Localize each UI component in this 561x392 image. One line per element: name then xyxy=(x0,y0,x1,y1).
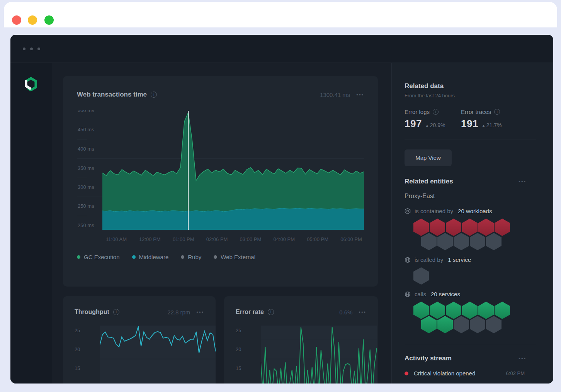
web-transactions-chart: 500 ms450 ms400 ms350 ms300 ms250 ms250 … xyxy=(77,110,364,233)
entity-hexagon-gray[interactable] xyxy=(421,233,437,250)
entity-name[interactable]: Proxy-East xyxy=(405,193,536,200)
stat-error-logs: Error logs i 197 ▲20.9% xyxy=(405,109,461,130)
card-header: Throughput i 22.8 rpm ••• xyxy=(75,309,204,316)
workloads-hex-grid xyxy=(405,219,536,247)
y-tick-label: 350 ms xyxy=(78,165,94,171)
legend-swatch xyxy=(132,255,136,259)
traffic-light-zoom[interactable] xyxy=(44,15,54,25)
current-value: 22.8 rpm xyxy=(167,309,190,316)
legend-swatch xyxy=(77,255,80,259)
entity-hexagon-gray[interactable] xyxy=(470,233,485,250)
entity-hexagon-green[interactable] xyxy=(437,316,453,333)
x-tick-label: 01:00 PM xyxy=(173,236,194,242)
topbar-dot xyxy=(30,48,33,50)
info-icon[interactable]: i xyxy=(268,309,274,315)
stat-label: Error logs xyxy=(405,109,430,115)
entity-hexagon-gray[interactable] xyxy=(486,233,502,250)
x-tick-label: 11:00 AM xyxy=(106,236,127,242)
map-view-button[interactable]: Map View xyxy=(405,149,452,166)
globe-icon xyxy=(405,291,411,297)
info-icon[interactable]: i xyxy=(494,109,500,115)
relation-text: calls xyxy=(415,291,426,297)
y-tick-label: 20 xyxy=(75,346,80,352)
window-content: Web transactions time i 1300.41 ms ••• 5… xyxy=(10,63,553,384)
entity-hexagon-gray[interactable] xyxy=(470,316,485,333)
overflow-menu-icon[interactable]: ••• xyxy=(518,356,526,361)
x-tick-label: 03:00 PM xyxy=(240,236,262,242)
y-tick-label: 500 ms xyxy=(78,110,94,113)
overflow-menu-icon[interactable]: ••• xyxy=(359,309,366,315)
relation-contained-by: is contained by 20 workloads xyxy=(405,208,536,214)
throughput-card: Throughput i 22.8 rpm ••• 252015 xyxy=(63,296,216,384)
legend-swatch xyxy=(214,255,217,259)
y-tick-label: 15 xyxy=(236,365,241,371)
activity-stream-title: Activity stream xyxy=(405,355,452,362)
overflow-menu-icon[interactable]: ••• xyxy=(196,309,204,315)
current-value: 0.6% xyxy=(339,309,352,316)
hex-row xyxy=(413,267,536,282)
sidebar xyxy=(10,63,52,384)
current-value: 1300.41 ms xyxy=(320,92,350,98)
mini-chart-plot xyxy=(100,326,216,384)
legend-item[interactable]: Ruby xyxy=(181,254,201,260)
y-tick-label: 20 xyxy=(236,346,241,352)
legend-item[interactable]: Web External xyxy=(214,254,255,260)
dashboard-main: Web transactions time i 1300.41 ms ••• 5… xyxy=(52,63,391,384)
gridline xyxy=(77,139,87,139)
stat-error-traces: Error traces i 191 ▲21.7% xyxy=(461,109,517,130)
relation-calls: calls 20 services xyxy=(405,291,536,297)
entity-hexagon-gray[interactable] xyxy=(413,267,429,285)
y-tick-label: 15 xyxy=(75,365,80,371)
overflow-menu-icon[interactable]: ••• xyxy=(518,179,526,185)
globe-icon xyxy=(405,257,411,263)
info-icon[interactable]: i xyxy=(433,109,439,115)
stat-delta: ▲21.7% xyxy=(482,122,502,128)
topbar-dot xyxy=(37,48,40,50)
chart-legend: GC ExecutionMiddlewareRubyWeb External xyxy=(77,254,364,260)
window-topbar xyxy=(10,35,553,63)
entity-hexagon-gray[interactable] xyxy=(486,316,502,333)
entity-hexagon-gray[interactable] xyxy=(454,316,469,333)
app-logo[interactable] xyxy=(23,76,39,92)
y-tick-label: 400 ms xyxy=(78,146,94,152)
hex-row xyxy=(413,302,536,316)
stat-label: Error traces xyxy=(461,109,491,115)
entity-hexagon-green[interactable] xyxy=(421,316,437,333)
legend-item[interactable]: Middleware xyxy=(132,254,169,260)
activity-entity[interactable]: Order-Composer xyxy=(405,383,536,384)
area-chart-plot xyxy=(102,110,364,233)
x-axis: 11:00 AM12:00 PM01:00 PM02:06 PM03:00 PM… xyxy=(77,236,364,243)
stat-value: 191 xyxy=(461,118,478,130)
x-tick-label: 12:00 PM xyxy=(139,236,161,242)
right-panel: Related data From the last 24 hours Erro… xyxy=(391,63,553,384)
workload-icon xyxy=(405,208,411,214)
x-tick-label: 06:00 PM xyxy=(340,236,362,242)
legend-item[interactable]: GC Execution xyxy=(77,254,120,260)
entity-hexagon-gray[interactable] xyxy=(437,233,453,250)
y-tick-label: 300 ms xyxy=(78,184,94,190)
overflow-menu-icon[interactable]: ••• xyxy=(356,92,364,98)
relation-called-by: is called by 1 service xyxy=(405,256,536,263)
services-hex-grid xyxy=(405,302,536,330)
y-tick-label: 25 xyxy=(236,328,241,333)
activity-time: 6:02 PM xyxy=(506,370,525,376)
entity-hexagon-gray[interactable] xyxy=(454,233,469,250)
card-header: Error rate i 0.6% ••• xyxy=(236,309,366,316)
traffic-light-minimize[interactable] xyxy=(28,15,37,25)
service-hex-grid xyxy=(405,267,536,282)
trend-up-icon: ▲ xyxy=(425,124,429,127)
x-tick-label: 04:00 PM xyxy=(273,236,295,242)
relation-highlight: 20 services xyxy=(431,291,460,297)
y-tick-label: 450 ms xyxy=(78,127,94,132)
info-icon[interactable]: i xyxy=(113,309,119,315)
web-transactions-card: Web transactions time i 1300.41 ms ••• 5… xyxy=(63,76,378,287)
screen: Web transactions time i 1300.41 ms ••• 5… xyxy=(0,0,561,392)
relation-highlight: 20 workloads xyxy=(458,208,492,214)
stat-value: 197 xyxy=(405,118,422,130)
info-icon[interactable]: i xyxy=(151,92,157,98)
activity-item[interactable]: Critical violation opened 6:02 PM xyxy=(405,370,536,377)
topbar-dot xyxy=(23,48,26,50)
traffic-light-close[interactable] xyxy=(12,15,21,25)
related-data-stats: Error logs i 197 ▲20.9% Error traces i xyxy=(405,109,536,130)
relation-text: is contained by xyxy=(415,208,453,214)
